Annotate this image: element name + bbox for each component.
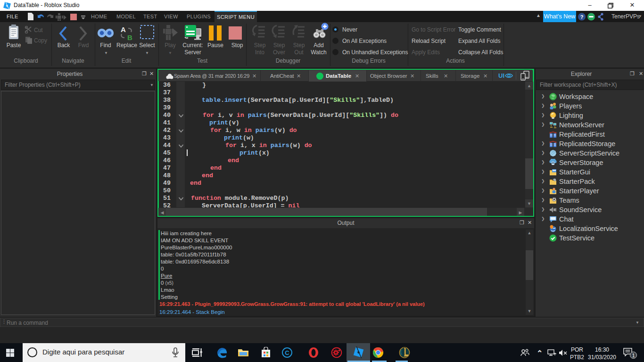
- svg-text:C: C: [285, 349, 289, 356]
- svg-text:B: B: [127, 33, 132, 41]
- svg-text:A: A: [121, 25, 126, 33]
- svg-text:?: ?: [580, 14, 584, 20]
